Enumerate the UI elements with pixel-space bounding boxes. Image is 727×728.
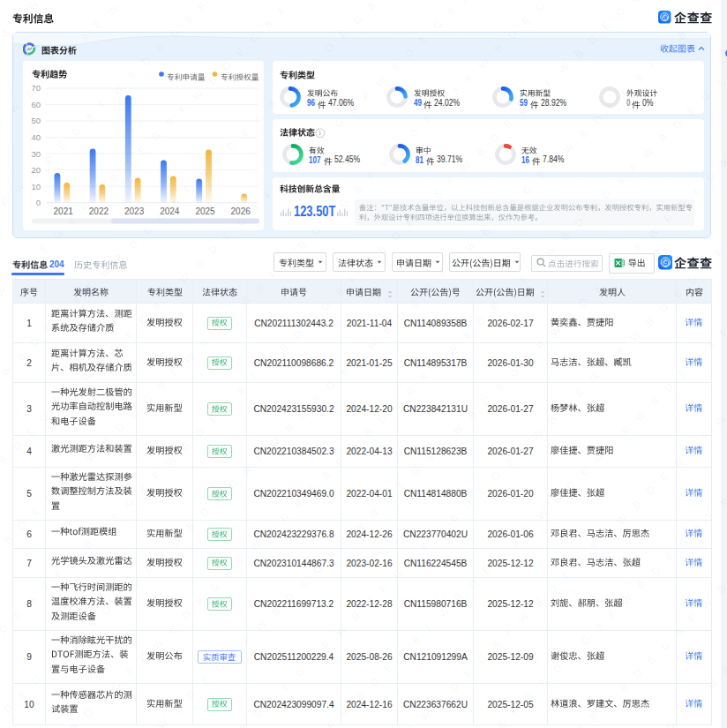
svg-text:60: 60	[31, 100, 41, 109]
svg-text:30: 30	[31, 149, 41, 159]
svg-text:2025: 2025	[195, 206, 215, 216]
svg-text:20: 20	[31, 165, 41, 175]
svg-text:2024: 2024	[160, 206, 180, 216]
svg-text:0: 0	[36, 198, 41, 207]
svg-text:2023: 2023	[124, 206, 145, 216]
svg-text:40: 40	[31, 132, 41, 142]
svg-text:70: 70	[31, 83, 41, 93]
svg-text:10: 10	[31, 182, 41, 191]
svg-text:2026: 2026	[231, 206, 251, 216]
svg-text:50: 50	[31, 116, 41, 125]
svg-text:2021: 2021	[54, 206, 74, 216]
svg-text:2022: 2022	[89, 206, 109, 216]
